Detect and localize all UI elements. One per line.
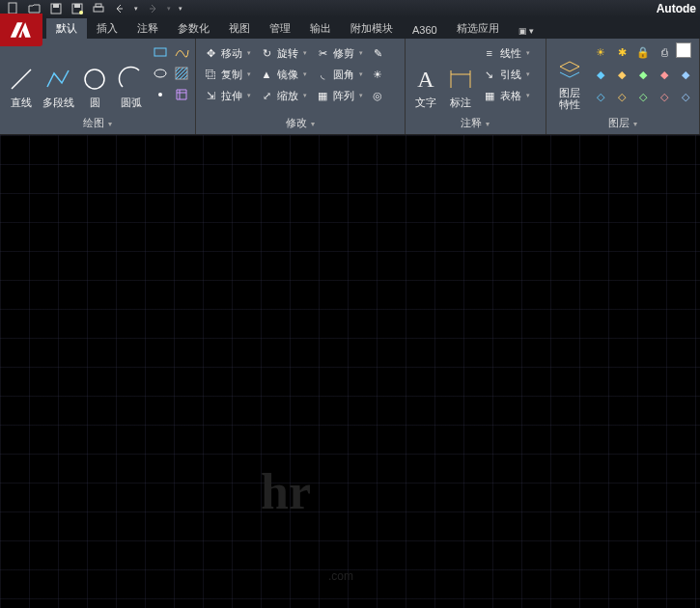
tab-annotate[interactable]: 注释 [127, 18, 168, 39]
panel-layers-title[interactable]: 图层 [548, 114, 697, 132]
table-button[interactable]: ▦表格 [479, 85, 533, 106]
leader-button[interactable]: ↘引线 [479, 64, 533, 85]
qat-save-icon[interactable] [46, 1, 66, 16]
qat-saveas-icon[interactable] [68, 1, 87, 16]
tab-parametric[interactable]: 参数化 [168, 18, 219, 39]
layer-sm7-icon[interactable]: ◇ [612, 87, 631, 106]
qat-redo-icon[interactable] [143, 1, 162, 16]
polygon-shape [0, 135, 290, 280]
qat-undo-dd-icon[interactable]: ▾ [131, 1, 141, 16]
panel-layers: 图层 特性 ☀ ✱ 🔒 ⎙ ◆ ◆ ◆ ◆ ◆ ◇ [546, 39, 700, 134]
tab-a360[interactable]: A360 [403, 21, 447, 39]
tab-insert[interactable]: 插入 [87, 18, 127, 39]
erase-icon[interactable]: ✎ [368, 43, 387, 63]
layer-sm6-icon[interactable]: ◇ [591, 87, 610, 106]
polyline-label: 多段线 [42, 96, 74, 110]
offset-icon[interactable]: ◎ [368, 86, 387, 105]
app-brand: Autode [657, 2, 696, 15]
fillet-icon: ◟ [315, 67, 330, 82]
qat-print-icon[interactable] [89, 1, 108, 16]
point-icon[interactable] [151, 85, 170, 104]
panel-annotation: A文字 标注 ≡线性 ↘引线 ▦表格 注释 [406, 39, 546, 134]
panel-draw: 直线 多段线 圆 圆弧 绘图 [0, 39, 196, 134]
qat-more-icon[interactable]: ▾ [176, 1, 185, 16]
mirror-button[interactable]: ▲镜像 [256, 64, 310, 85]
rectangle-icon[interactable] [151, 42, 170, 62]
lock-icon[interactable]: 🔒 [633, 42, 653, 62]
scale-button[interactable]: ⤢缩放 [256, 85, 310, 106]
layer-sm9-icon[interactable]: ◇ [655, 87, 674, 106]
scale-icon: ⤢ [259, 88, 274, 103]
layer-sm1-icon[interactable]: ◆ [591, 65, 610, 84]
dim-button[interactable]: 标注 [444, 42, 477, 110]
layer-sm2-icon[interactable]: ◆ [612, 65, 631, 84]
layer-props-button[interactable]: 图层 特性 [550, 42, 589, 110]
qat-redo-dd-icon[interactable]: ▾ [164, 1, 174, 16]
tab-overflow-icon[interactable]: ▣ ▾ [509, 23, 545, 39]
layer-sm10-icon[interactable]: ◇ [676, 87, 695, 106]
svg-rect-7 [96, 4, 101, 7]
line-icon [7, 65, 36, 94]
polyline-icon [43, 65, 72, 94]
polyline-button[interactable]: 多段线 [41, 42, 75, 110]
linetype-button[interactable]: ≡线性 [479, 42, 533, 64]
svg-point-9 [85, 69, 104, 89]
layer-sm4-icon[interactable]: ◆ [655, 65, 674, 84]
tab-addins[interactable]: 附加模块 [341, 18, 403, 39]
svg-point-11 [154, 69, 166, 77]
plot-icon[interactable]: ⎙ [655, 42, 674, 62]
spline-icon[interactable] [172, 42, 191, 62]
copy-button[interactable]: ⿻复制 [200, 64, 254, 85]
dim-icon [446, 65, 475, 94]
line-button[interactable]: 直线 [4, 42, 39, 110]
svg-rect-0 [9, 3, 16, 14]
move-button[interactable]: ✥移动 [200, 42, 254, 64]
layer-sm5-icon[interactable]: ◆ [676, 65, 695, 84]
mirror-icon: ▲ [259, 67, 274, 82]
line-label: 直线 [11, 96, 32, 110]
tab-default[interactable]: 默认 [46, 18, 87, 39]
svg-point-5 [79, 11, 83, 14]
rotate-button[interactable]: ↻旋转 [256, 42, 310, 64]
region-icon[interactable] [172, 85, 191, 104]
arc-button[interactable]: 圆弧 [114, 42, 149, 110]
circle-label: 圆 [90, 96, 100, 110]
panel-annot-title[interactable]: 注释 [407, 114, 544, 132]
panel-draw-title[interactable]: 绘图 [2, 114, 193, 132]
array-icon: ▦ [315, 88, 330, 103]
stretch-button[interactable]: ⇲拉伸 [200, 85, 254, 106]
svg-point-13 [158, 93, 162, 97]
table-icon: ▦ [482, 88, 497, 103]
layer-sm3-icon[interactable]: ◆ [633, 65, 653, 84]
tab-featured[interactable]: 精选应用 [447, 18, 509, 39]
copy-icon: ⿻ [203, 67, 218, 82]
sun-icon[interactable]: ✱ [612, 42, 631, 62]
text-button[interactable]: A文字 [409, 42, 442, 110]
hatch-icon[interactable] [172, 64, 191, 83]
bulb-icon[interactable]: ☀ [591, 42, 610, 62]
move-icon: ✥ [203, 45, 218, 61]
circle-icon [80, 65, 109, 94]
arc-label: 圆弧 [121, 96, 142, 110]
drawing-canvas[interactable]: hr .com [0, 135, 700, 608]
ellipse-icon[interactable] [151, 64, 170, 83]
circle-button[interactable]: 圆 [77, 42, 112, 110]
svg-rect-10 [154, 48, 166, 56]
tab-output[interactable]: 输出 [300, 18, 341, 39]
trim-button[interactable]: ✂修剪 [312, 42, 366, 64]
tab-view[interactable]: 视图 [219, 18, 260, 39]
layer-props-icon [555, 56, 584, 85]
panel-modify-title[interactable]: 修改 [198, 114, 403, 132]
color-swatch[interactable] [676, 42, 691, 58]
explode-icon[interactable]: ☀ [368, 65, 387, 84]
array-button[interactable]: ▦阵列 [312, 85, 366, 106]
watermark-logo: hr [261, 463, 311, 520]
layer-sm8-icon[interactable]: ◇ [633, 87, 653, 106]
app-menu-button[interactable] [0, 14, 42, 46]
watermark-sub: .com [328, 569, 353, 583]
qat-undo-icon[interactable] [110, 1, 129, 16]
text-icon: A [411, 65, 440, 94]
fillet-button[interactable]: ◟圆角 [312, 64, 366, 85]
tab-manage[interactable]: 管理 [260, 18, 300, 39]
leader-icon: ↘ [482, 67, 497, 82]
